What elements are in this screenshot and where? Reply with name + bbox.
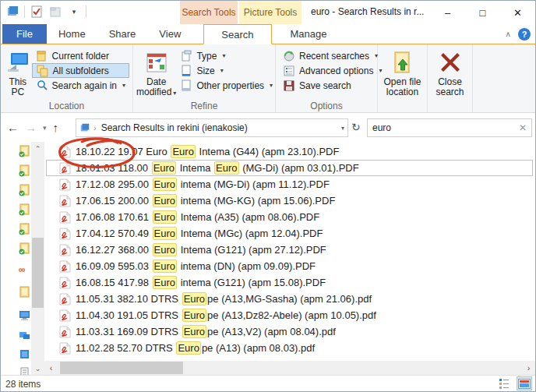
horizontal-scrollbar[interactable]: ‹ › [44, 361, 535, 375]
close-button[interactable]: ✕ [500, 1, 535, 24]
explorer-app-icon[interactable] [5, 5, 19, 19]
save-search-button[interactable]: Save search [279, 78, 386, 93]
filename-text: intema (DN) (apm 09.09).PDF [178, 260, 316, 272]
current-folder-button[interactable]: Current folder [32, 48, 129, 63]
pdf-file-icon [59, 211, 71, 224]
date-modified-icon [144, 50, 169, 75]
up-icon[interactable]: ↑ [53, 121, 59, 134]
search-highlight: Euro [152, 161, 176, 175]
this-pc-button[interactable]: This PC [4, 47, 32, 100]
properties-icon[interactable] [30, 5, 44, 19]
group-options: Recent searches▾ Advanced options▾ [276, 44, 378, 112]
open-file-location-button[interactable]: Open file location [381, 47, 424, 100]
clear-search-icon[interactable]: ✕ [519, 122, 527, 133]
folder-sync-icon[interactable] [18, 203, 31, 216]
cloud-sync-icon[interactable]: ∞ [18, 263, 31, 277]
qat-dropdown-icon[interactable]: ▾ [67, 5, 81, 19]
file-row[interactable]: 16.12.27 368.00 Euro Intema (G121) (apm … [46, 242, 533, 258]
nav-vertical-scrollbar[interactable]: ⌃ ⌄ [31, 142, 44, 375]
type-button[interactable]: Type▾ [176, 48, 277, 63]
search-tools-header: Search Tools [180, 1, 238, 24]
file-row[interactable]: 17.06.15 200.00 Euro intema (MG-KG) (apm… [46, 192, 533, 209]
file-row[interactable]: 17.06.08 170.61 Euro Intema (A35) (apm 0… [46, 209, 533, 225]
window-title: euro - Search Results in r... [311, 6, 424, 17]
navigation-pane: ∞ ⌃ ⌄ [1, 142, 44, 375]
tab-file[interactable]: File [2, 24, 47, 44]
file-row[interactable]: 11.03.31 169.09 DTRS Europe (A13,V2) (ap… [46, 323, 533, 340]
file-row[interactable]: 11.04.30 191.05 DTRS Europe (A13,Dz82-Ab… [46, 307, 533, 323]
search-highlight: Euro [176, 341, 200, 355]
search-again-button[interactable]: Search again in▾ [32, 78, 129, 93]
search-box[interactable]: euro ✕ [367, 118, 532, 137]
pdf-file-icon [59, 195, 71, 207]
scroll-up-icon[interactable]: ⌃ [31, 142, 44, 155]
filename-text: intema (MG-KG) (apm 15.06).PDF [178, 195, 335, 207]
group-refine: Date modified▾ Type▾ Size▾ [133, 44, 276, 112]
folder-icon[interactable] [18, 285, 31, 298]
minimize-button[interactable]: – [430, 1, 465, 24]
filename-text: pe (A13,V2) (apm 08.04).pdf [207, 326, 336, 337]
pdf-file-icon [59, 162, 71, 175]
svg-text:∞: ∞ [19, 264, 26, 275]
folder-sync-icon[interactable] [18, 164, 31, 177]
other-properties-button[interactable]: Other properties▾ [176, 78, 277, 93]
file-row[interactable]: 17.04.12 570.49 Euro Intema (MGc) (apm 1… [46, 225, 533, 242]
date-modified-button[interactable]: Date modified▾ [136, 47, 176, 100]
scroll-right-icon[interactable]: › [522, 361, 535, 375]
ribbon: This PC Current folder All subfolders [1, 44, 535, 113]
advanced-options-icon [283, 65, 295, 77]
file-row[interactable]: 16.09.09 595.03 Euro intema (DN) (apm 09… [46, 258, 533, 274]
folder-sync-icon[interactable] [18, 144, 31, 157]
close-search-button[interactable]: Close search [431, 47, 469, 100]
filename-text: 11.03.31 169.09 DTRS [76, 326, 182, 337]
pdf-file-icon [59, 228, 71, 240]
forward-icon[interactable]: → [25, 121, 37, 134]
size-icon [180, 65, 192, 77]
group-open-file-location: Open file location [378, 44, 428, 112]
recent-searches-button[interactable]: Recent searches▾ [279, 48, 386, 63]
file-row[interactable]: 18.10.22 19.07 Euro Euro Intema (G44) (a… [46, 143, 533, 160]
network-icon[interactable] [18, 329, 31, 342]
back-icon[interactable]: ← [7, 121, 19, 134]
file-row[interactable]: 11.05.31 382.10 DTRS Europe (A13,MG-Sash… [46, 291, 533, 307]
folder-sync-icon[interactable] [18, 242, 31, 255]
tab-home[interactable]: Home [47, 24, 97, 44]
size-button[interactable]: Size▾ [176, 63, 277, 78]
tab-search[interactable]: Search [203, 24, 271, 44]
all-subfolders-button[interactable]: All subfolders [32, 63, 129, 78]
type-icon [180, 50, 192, 62]
tab-view[interactable]: View [147, 24, 192, 44]
pdf-file-icon [59, 342, 71, 355]
file-row[interactable]: 18.01.03 118.00 Euro Intema Euro (MG-Di)… [46, 160, 533, 176]
tab-manage[interactable]: Manage [272, 24, 346, 44]
this-pc-icon[interactable] [18, 309, 31, 322]
history-dropdown-icon[interactable]: ▾ [43, 124, 47, 132]
new-folder-icon[interactable] [48, 5, 62, 19]
folder-sync-icon[interactable] [18, 222, 31, 235]
details-view-icon[interactable] [496, 376, 512, 390]
this-pc-icon [5, 50, 30, 75]
horizontal-scrollbar-thumb[interactable] [60, 362, 183, 374]
filename-text: 11.02.28 52.70 DTRS [76, 342, 175, 354]
breadcrumb[interactable]: Search Results in rekini (ienakosie) [101, 122, 248, 133]
tab-share[interactable]: Share [97, 24, 148, 44]
address-dropdown-icon[interactable]: ▾ [341, 125, 344, 132]
file-row[interactable]: 17.12.08 295.00 Euro intema (MG-Di) (apm… [46, 176, 533, 192]
maximize-button[interactable]: □ [465, 1, 500, 24]
folder-sync-icon[interactable] [18, 183, 31, 196]
search-highlight: Euro [153, 210, 177, 224]
scroll-left-icon[interactable]: ‹ [44, 361, 58, 375]
address-box[interactable]: › Search Results in rekini (ienakosie) ▾ [76, 118, 348, 137]
search-input[interactable]: euro [372, 122, 391, 133]
nav-scrollbar-thumb[interactable] [32, 238, 44, 308]
scroll-down-icon[interactable]: ⌄ [31, 362, 44, 375]
file-row[interactable]: 11.02.28 52.70 DTRS Europe (A13) (apm 08… [46, 340, 533, 356]
thumbnail-view-icon[interactable] [517, 376, 532, 390]
advanced-options-button[interactable]: Advanced options▾ [279, 63, 386, 78]
help-icon[interactable]: ? [518, 28, 531, 41]
search-highlight: Euro [153, 227, 177, 240]
refresh-icon[interactable]: ↻ [351, 121, 361, 133]
file-row[interactable]: 16.08.15 417.98 Euro intema (G121) (apm … [46, 274, 533, 291]
drive-icon[interactable] [18, 348, 31, 361]
collapse-ribbon-icon[interactable]: ˄ [506, 30, 510, 39]
